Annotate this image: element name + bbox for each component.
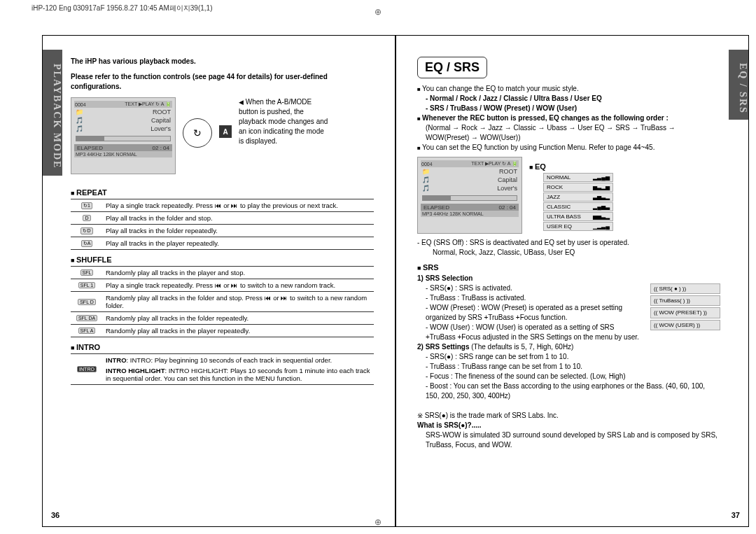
srs-set-c: - Focus : The fineness of the sound can … bbox=[417, 372, 720, 381]
mode-description: ◀ When the A-B/MODE button is pushed, th… bbox=[239, 97, 330, 146]
page-spread: PLAYBACK MODE The iHP has various playba… bbox=[42, 35, 749, 527]
intro-heading: INTRO bbox=[71, 343, 374, 351]
page-title-right: EQ / SRS bbox=[417, 57, 487, 78]
srs-heading: SRS bbox=[417, 263, 720, 272]
shuffle-table: SFLRandomly play all tracks in the playe… bbox=[71, 266, 374, 337]
bullet-sub: (Normal → Rock → Jazz → Classic → Ubass … bbox=[417, 123, 720, 143]
device-screen-left: 0004TEXT ▶PLAY ↻ A 🔋 📁 ROOT 🎵 Capital 🎵 … bbox=[71, 97, 176, 174]
table-row: ↻1Play a single track repeatedly. Press … bbox=[71, 199, 374, 212]
srs-selection-head: 1) SRS Selection bbox=[417, 274, 720, 283]
shuffle-heading: SHUFFLE bbox=[71, 255, 374, 264]
table-row: SFLRandomly play all tracks in the playe… bbox=[71, 267, 374, 279]
what-is-srs-text: SRS-WOW is simulated 3D surround sound d… bbox=[417, 430, 720, 450]
crop-mark-top: ⊕ bbox=[374, 7, 382, 17]
table-row: ↻DPlay all tracks in the folder repeated… bbox=[71, 225, 374, 237]
table-row: SFL 1Play a single track repeatedly. Pre… bbox=[71, 279, 374, 292]
eq-preset-list: NORMAL▂▃▄▅ ROCK▅▃▂▅ JAZZ▃▅▃▂ CLASSIC▂▄▅▃… bbox=[543, 173, 613, 232]
table-row: DPlay all tracks in the folder and stop. bbox=[71, 212, 374, 225]
bullet-sub: - Normal / Rock / Jazz / Classic / Ultra… bbox=[417, 94, 720, 104]
left-side-tab: PLAYBACK MODE bbox=[43, 50, 62, 176]
right-side-tab: EQ / SRS bbox=[729, 50, 748, 120]
srs-set-d: - Boost : You can set the Bass according… bbox=[417, 381, 720, 401]
eq-off-text: - EQ (SRS Off) : SRS is deactivated and … bbox=[417, 238, 720, 248]
eq-heading: EQ bbox=[529, 162, 720, 171]
bullet-line: Whenever the REC button is pressed, EQ c… bbox=[417, 113, 720, 123]
table-row: SFL DRandomly play all tracks in the fol… bbox=[71, 292, 374, 312]
repeat-table: ↻1Play a single track repeatedly. Press … bbox=[71, 199, 374, 250]
bullet-line: You can change the EQ to match your musi… bbox=[417, 84, 720, 94]
what-is-srs-head: What is SRS(●)?..... bbox=[417, 421, 720, 430]
page-left: PLAYBACK MODE The iHP has various playba… bbox=[42, 35, 396, 527]
srs-preset-list: (( SRS( ● ) )) (( TruBass( ) )) (( WOW (… bbox=[650, 283, 720, 332]
mode-dial-icon: ↻ bbox=[183, 118, 212, 148]
page-right: EQ / SRS EQ / SRS You can change the EQ … bbox=[396, 35, 749, 527]
srs-settings-head: 2) SRS Settings bbox=[417, 343, 469, 351]
bullet-sub: - SRS / TruBass / WOW (Preset) / WOW (Us… bbox=[417, 104, 720, 113]
page-number-left: 36 bbox=[51, 511, 59, 519]
device-screen-right: 0004TEXT ▶PLAY ↻ A 🔋 📁 ROOT 🎵 Capital 🎵 … bbox=[417, 157, 522, 234]
mode-indicator-box: A bbox=[219, 125, 232, 138]
table-row: INTRO INTRO: INTRO: Play beginning 10 se… bbox=[71, 354, 374, 385]
repeat-heading: REPEAT bbox=[71, 188, 374, 197]
table-row: SFL DARandomly play all tracks in the fo… bbox=[71, 312, 374, 325]
intro-line-2: Please refer to the function controls (s… bbox=[71, 72, 374, 92]
intro-table: INTRO INTRO: INTRO: Play beginning 10 se… bbox=[71, 353, 374, 385]
table-row: ↻APlay all tracks in the player repeated… bbox=[71, 237, 374, 250]
eq-off-list: Normal, Rock, Jazz, Classic, UBass, User… bbox=[417, 248, 720, 258]
table-row: SFL ARandomly play all tracks in the pla… bbox=[71, 325, 374, 337]
srs-set-a: - SRS(●) : SRS range can be set from 1 t… bbox=[417, 352, 720, 362]
document-header-meta: iHP-120 Eng 030917aF 1956.8.27 10:45 AM페… bbox=[31, 3, 213, 13]
bullet-line: You can set the EQ function by using Fun… bbox=[417, 143, 720, 153]
page-number-right: 37 bbox=[732, 511, 740, 519]
srs-trademark: ※ SRS(●) is the trade mark of SRS Labs. … bbox=[417, 411, 720, 421]
srs-set-b: - TruBass : TruBass range can be set fro… bbox=[417, 362, 720, 372]
intro-line-1: The iHP has various playback modes. bbox=[71, 57, 374, 66]
